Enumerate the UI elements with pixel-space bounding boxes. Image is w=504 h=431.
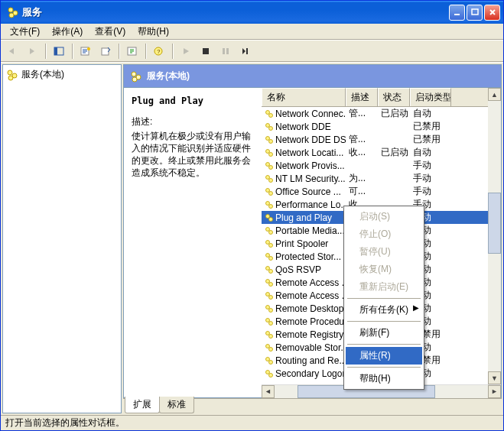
svg-point-57: [266, 331, 270, 335]
svg-point-8: [87, 47, 90, 50]
svg-point-43: [266, 240, 270, 244]
svg-point-35: [266, 188, 270, 192]
pane-header: 服务(本地): [123, 64, 502, 87]
minimize-button[interactable]: [449, 5, 465, 21]
ctx-properties[interactable]: 属性(R): [346, 347, 422, 365]
titlebar[interactable]: 服务: [1, 1, 503, 24]
svg-rect-16: [246, 48, 248, 54]
ctx-help[interactable]: 帮助(H): [346, 370, 422, 387]
service-description: 使计算机在极少或没有用户输入的情况下能识别并适应硬件的更改。终止或禁用此服务会造…: [132, 130, 254, 179]
service-row[interactable]: NT LM Security...为...手动: [262, 172, 501, 185]
svg-rect-14: [223, 48, 225, 54]
menu-file[interactable]: 文件(F): [4, 24, 46, 40]
svg-point-33: [266, 175, 270, 179]
service-row[interactable]: Office Source ...可...手动: [262, 185, 501, 198]
scroll-down-button[interactable]: ▼: [488, 371, 501, 384]
play-button: [177, 43, 194, 60]
col-status[interactable]: 状态: [378, 88, 410, 106]
refresh-button[interactable]: [124, 43, 141, 60]
svg-point-39: [266, 214, 270, 218]
svg-point-27: [266, 136, 270, 140]
svg-rect-15: [226, 48, 229, 54]
svg-point-26: [269, 126, 273, 130]
svg-point-28: [269, 139, 273, 143]
svg-point-19: [8, 76, 13, 80]
tree-pane: 服务(本地): [2, 64, 122, 413]
window-title: 服务: [22, 5, 449, 19]
svg-point-64: [269, 373, 273, 377]
svg-rect-3: [454, 14, 460, 15]
svg-point-62: [269, 360, 273, 364]
services-icon: [7, 6, 19, 18]
export-button[interactable]: [97, 43, 114, 60]
close-button[interactable]: [484, 5, 500, 21]
help-button[interactable]: ?: [151, 43, 167, 60]
svg-point-45: [266, 253, 270, 257]
svg-point-23: [266, 110, 270, 114]
svg-point-22: [132, 77, 137, 82]
svg-point-54: [269, 308, 273, 312]
ctx-refresh[interactable]: 刷新(F): [346, 324, 422, 342]
pause-button: [217, 43, 234, 60]
svg-point-47: [266, 266, 270, 270]
forward-button: [24, 43, 41, 60]
svg-point-48: [269, 269, 273, 273]
svg-point-17: [8, 70, 12, 75]
service-row[interactable]: Network Locati...收...已启动自动: [262, 146, 501, 159]
menu-help[interactable]: 帮助(H): [132, 24, 175, 40]
tab-extended[interactable]: 扩展: [125, 397, 160, 413]
svg-rect-13: [203, 48, 209, 54]
scroll-left-button[interactable]: ◄: [262, 385, 275, 398]
svg-point-25: [266, 123, 270, 127]
svg-point-32: [269, 165, 273, 169]
services-icon: [130, 70, 142, 83]
svg-point-34: [269, 178, 273, 182]
svg-point-58: [269, 334, 273, 338]
svg-point-53: [266, 305, 270, 309]
status-text: 打开当前选择的属性对话框。: [5, 416, 125, 429]
restart-button[interactable]: [237, 43, 254, 60]
stop-button[interactable]: [197, 43, 214, 60]
svg-point-51: [266, 292, 270, 296]
svg-point-60: [269, 347, 273, 351]
services-icon: [6, 69, 18, 81]
scroll-thumb[interactable]: [488, 193, 501, 254]
back-button: [4, 43, 21, 60]
svg-point-2: [9, 13, 14, 18]
properties-button[interactable]: [77, 43, 94, 60]
tree-root-label: 服务(本地): [21, 68, 64, 81]
context-menu: 启动(S) 停止(O) 暂停(U) 恢复(M) 重新启动(E) 所有任务(K)▶…: [343, 206, 424, 390]
svg-point-59: [266, 344, 270, 348]
service-row[interactable]: Network DDE DSDM管...已禁用: [262, 133, 501, 146]
col-name[interactable]: 名称: [262, 88, 346, 106]
service-name: Plug and Play: [132, 96, 254, 106]
menu-view[interactable]: 查看(V): [89, 24, 132, 40]
svg-point-20: [132, 72, 136, 76]
service-row[interactable]: Network Provis...手动: [262, 159, 501, 172]
scroll-right-button[interactable]: ►: [488, 385, 501, 398]
tab-standard[interactable]: 标准: [159, 397, 194, 413]
service-row[interactable]: Network DDE已禁用: [262, 120, 501, 133]
svg-point-29: [266, 149, 270, 153]
service-row[interactable]: Network Connec...管...已启动自动: [262, 107, 501, 120]
list-header: 名称 描述 状态 启动类型: [262, 88, 501, 107]
svg-point-36: [269, 191, 273, 195]
toolbar: ?: [1, 41, 503, 62]
vertical-scrollbar[interactable]: ▲ ▼: [488, 88, 501, 384]
tab-bar: 扩展 标准: [123, 398, 502, 413]
svg-point-50: [269, 282, 273, 286]
ctx-alltasks[interactable]: 所有任务(K)▶: [346, 301, 422, 319]
col-startup[interactable]: 启动类型: [410, 88, 451, 106]
maximize-button[interactable]: [467, 5, 483, 21]
svg-rect-4: [472, 9, 478, 15]
tree-root[interactable]: 服务(本地): [3, 65, 121, 84]
col-desc[interactable]: 描述: [346, 88, 378, 106]
menu-action[interactable]: 操作(A): [46, 24, 89, 40]
svg-point-63: [266, 370, 270, 374]
svg-rect-6: [54, 47, 57, 55]
svg-point-40: [269, 217, 273, 221]
show-hide-button[interactable]: [50, 43, 67, 60]
svg-point-44: [269, 243, 273, 247]
ctx-stop: 停止(O): [346, 225, 422, 243]
scroll-up-button[interactable]: ▲: [488, 88, 501, 101]
